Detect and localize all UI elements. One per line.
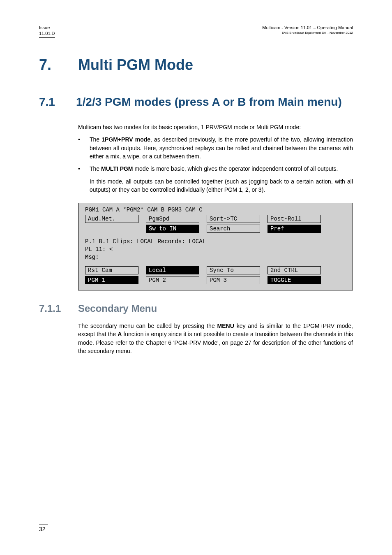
header-right: Multicam - Version 11.01 – Operating Man… bbox=[262, 25, 353, 38]
sp-b: MENU bbox=[217, 323, 234, 329]
terminal-btn-search: Search bbox=[207, 225, 260, 233]
chapter-heading: 7.Multi PGM Mode bbox=[39, 56, 353, 74]
terminal-btn-sorttc: Sort->TC bbox=[207, 215, 260, 223]
bullet-2-c: mode is more basic, which gives the oper… bbox=[133, 165, 338, 172]
bullet-1-b: 1PGM+PRV mode bbox=[101, 136, 150, 143]
terminal-btn-rstcam: Rst Cam bbox=[85, 266, 138, 274]
terminal-btn-postroll: Post-Roll bbox=[267, 215, 321, 223]
subsection-title: Secondary Menu bbox=[78, 303, 157, 314]
header-title: Multicam - Version 11.01 – Operating Man… bbox=[262, 25, 353, 30]
subsection-heading: 7.1.1Secondary Menu bbox=[39, 303, 353, 314]
bullet-2: • The MULTI PGM mode is more basic, whic… bbox=[78, 165, 353, 173]
terminal-btn-pref: Pref bbox=[267, 225, 321, 233]
terminal-mid-2: PL 11: < bbox=[85, 246, 348, 253]
terminal-btn-blank bbox=[85, 225, 138, 233]
terminal-header: PGM1 CAM A *PGM2* CAM B PGM3 CAM C bbox=[83, 207, 348, 213]
bullet-dot-icon: • bbox=[78, 135, 90, 160]
terminal-row-3: Rst Cam Local Sync To 2nd CTRL bbox=[83, 266, 348, 274]
terminal-btn-pgm3: PGM 3 bbox=[207, 276, 260, 284]
terminal-btn-pgmspd: PgmSpd bbox=[146, 215, 199, 223]
issue-value: 11.01.D bbox=[39, 31, 55, 36]
terminal-btn-toggle: TOGGLE bbox=[267, 276, 321, 284]
terminal-mid: P.1 B.1 Clips: LOCAL Records: LOCAL PL 1… bbox=[85, 238, 348, 261]
intro-para: Multicam has two modes for its basic ope… bbox=[78, 123, 353, 131]
terminal-btn-pgm1: PGM 1 bbox=[85, 276, 138, 284]
section-number: 7.1 bbox=[39, 92, 76, 112]
sp-d: A bbox=[118, 331, 122, 337]
terminal-mid-1: P.1 B.1 Clips: LOCAL Records: LOCAL bbox=[85, 238, 348, 246]
terminal-btn-pgm2: PGM 2 bbox=[146, 276, 199, 284]
bullet-2-sub: In this mode, all outputs can be control… bbox=[90, 177, 353, 194]
terminal-btn-syncto: Sync To bbox=[207, 266, 260, 274]
terminal-screen: PGM1 CAM A *PGM2* CAM B PGM3 CAM C Aud.M… bbox=[78, 203, 353, 290]
terminal-btn-local: Local bbox=[146, 266, 199, 274]
subsection-para: The secondary menu can be called by pres… bbox=[78, 322, 353, 355]
terminal-row-2: Sw to IN Search Pref bbox=[83, 225, 348, 233]
page-header: Issue 11.01.D Multicam - Version 11.01 –… bbox=[39, 25, 353, 38]
section-heading: 7.11/2/3 PGM modes (press A or B from Ma… bbox=[39, 92, 353, 112]
bullet-dot-icon: • bbox=[78, 165, 90, 173]
terminal-row-4: PGM 1 PGM 2 PGM 3 TOGGLE bbox=[83, 276, 348, 284]
chapter-title: Multi PGM Mode bbox=[78, 56, 193, 73]
header-subtitle: EVS Broadcast Equipment SA – November 20… bbox=[262, 31, 353, 35]
terminal-mid-3: Msg: bbox=[85, 253, 348, 261]
terminal-row-1: Aud.Met. PgmSpd Sort->TC Post-Roll bbox=[83, 215, 348, 223]
terminal-btn-swtoin: Sw to IN bbox=[146, 225, 199, 233]
chapter-number: 7. bbox=[39, 56, 78, 74]
bullet-1: • The 1PGM+PRV mode, as described previo… bbox=[78, 135, 353, 160]
issue-label: Issue bbox=[39, 25, 50, 30]
bullet-2-b: MULTI PGM bbox=[101, 165, 133, 172]
sp-a: The secondary menu can be called by pres… bbox=[78, 323, 217, 329]
section-title: 1/2/3 PGM modes (press A or B from Main … bbox=[76, 92, 351, 112]
header-left: Issue 11.01.D bbox=[39, 25, 55, 38]
subsection-number: 7.1.1 bbox=[39, 303, 78, 314]
terminal-btn-2ndctrl: 2nd CTRL bbox=[267, 266, 321, 274]
page-number: 32 bbox=[39, 525, 48, 532]
terminal-btn-audmet: Aud.Met. bbox=[85, 215, 138, 223]
bullet-1-a: The bbox=[90, 136, 101, 143]
bullet-2-a: The bbox=[90, 165, 101, 172]
